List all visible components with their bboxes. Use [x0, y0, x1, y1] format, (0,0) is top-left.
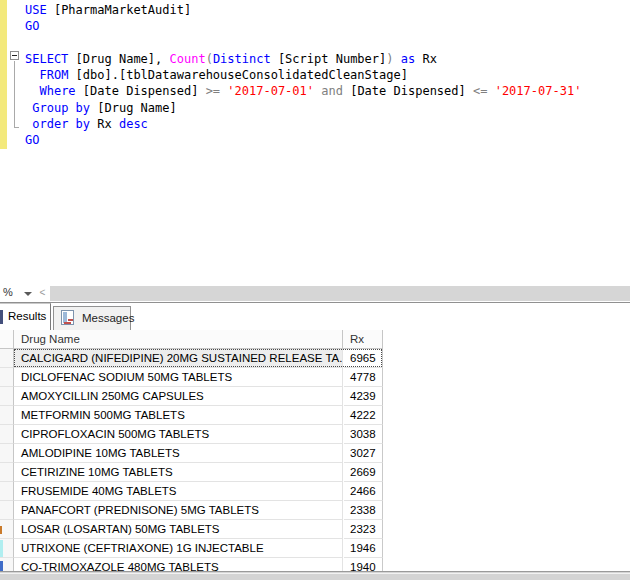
code-line[interactable]: GO	[25, 18, 581, 34]
code-line[interactable]: Group by [Drug Name]	[25, 100, 581, 116]
row-header-cell[interactable]	[0, 444, 14, 463]
sql-code[interactable]: USE [PharmaMarketAudit]GO SELECT [Drug N…	[25, 2, 581, 149]
sql-editor-pane[interactable]: USE [PharmaMarketAudit]GO SELECT [Drug N…	[0, 0, 630, 285]
code-line[interactable]: Where [Date Dispensed] >= '2017-07-01' a…	[25, 83, 581, 99]
column-header-drug-name[interactable]: Drug Name	[14, 330, 343, 349]
row-header-cell[interactable]	[0, 349, 14, 368]
zoom-percent-dropdown[interactable]: %	[3, 286, 13, 298]
code-line[interactable]: SELECT [Drug Name], Count(Distinct [Scri…	[25, 51, 581, 67]
scrollbar-left-arrow-icon[interactable]: <	[37, 285, 48, 300]
cell-drug-name[interactable]: PANAFCORT (PREDNISONE) 5MG TABLETS	[14, 501, 343, 520]
cell-drug-name[interactable]: AMOXYCILLIN 250MG CAPSULES	[14, 387, 343, 406]
cell-drug-name[interactable]: CETIRIZINE 10MG TABLETS	[14, 463, 343, 482]
code-fold-guide-line	[14, 61, 15, 127]
row-header-cell[interactable]	[0, 368, 14, 387]
grid-corner-header[interactable]	[0, 330, 14, 349]
row-header-cell[interactable]	[0, 520, 14, 539]
tab-messages-label: Messages	[82, 312, 134, 324]
cropped-edge-artifact	[0, 540, 3, 557]
results-grid-icon	[0, 310, 3, 324]
results-tabstrip: Results Messages	[0, 303, 630, 330]
chevron-down-icon[interactable]	[24, 292, 32, 296]
table-row: CIPROFLOXACIN 500MG TABLETS3038	[0, 425, 630, 444]
tab-results-label: Results	[8, 310, 46, 322]
cell-drug-name[interactable]: CIPROFLOXACIN 500MG TABLETS	[14, 425, 343, 444]
messages-icon	[61, 310, 74, 325]
cell-drug-name[interactable]: FRUSEMIDE 40MG TABLETS	[14, 482, 343, 501]
table-row: DICLOFENAC SODIUM 50MG TABLETS4778	[0, 368, 630, 387]
code-line[interactable]: order by Rx desc	[25, 116, 581, 132]
ssms-query-window: USE [PharmaMarketAudit]GO SELECT [Drug N…	[0, 0, 630, 580]
table-row: CALCIGARD (NIFEDIPINE) 20MG SUSTAINED RE…	[0, 349, 630, 368]
row-header-cell[interactable]	[0, 482, 14, 501]
cell-rx[interactable]: 4222	[344, 406, 383, 425]
cell-rx[interactable]: 2669	[344, 463, 383, 482]
cell-drug-name[interactable]: METFORMIN 500MG TABLETS	[14, 406, 343, 425]
table-row: PANAFCORT (PREDNISONE) 5MG TABLETS2338	[0, 501, 630, 520]
minus-glyph	[12, 55, 17, 56]
results-grid: Drug Name Rx CALCIGARD (NIFEDIPINE) 20MG…	[0, 330, 630, 572]
table-row: FRUSEMIDE 40MG TABLETS2466	[0, 482, 630, 501]
cell-drug-name[interactable]: LOSAR (LOSARTAN) 50MG TABLETS	[14, 520, 343, 539]
editor-bottom-toolbar: % <	[0, 285, 630, 302]
code-line[interactable]: GO	[25, 132, 581, 148]
cell-rx[interactable]: 2338	[344, 501, 383, 520]
cell-rx[interactable]: 2466	[344, 482, 383, 501]
grid-rows: CALCIGARD (NIFEDIPINE) 20MG SUSTAINED RE…	[0, 349, 630, 577]
cell-rx[interactable]: 4239	[344, 387, 383, 406]
table-row: METFORMIN 500MG TABLETS4222	[0, 406, 630, 425]
tab-results[interactable]: Results	[0, 303, 51, 330]
row-header-cell[interactable]	[0, 463, 14, 482]
table-row: LOSAR (LOSARTAN) 50MG TABLETS2323	[0, 520, 630, 539]
cell-rx[interactable]: 1946	[344, 539, 383, 558]
cell-rx[interactable]: 4778	[344, 368, 383, 387]
table-row: AMLODIPINE 10MG TABLETS3027	[0, 444, 630, 463]
grid-header-row: Drug Name Rx	[0, 330, 630, 349]
cell-rx[interactable]: 3027	[344, 444, 383, 463]
cell-rx[interactable]: 2323	[344, 520, 383, 539]
code-line[interactable]	[25, 35, 581, 51]
cell-drug-name[interactable]: AMLODIPINE 10MG TABLETS	[14, 444, 343, 463]
code-fold-collapse-icon[interactable]	[10, 51, 19, 60]
horizontal-scrollbar-track[interactable]	[50, 286, 630, 301]
code-line[interactable]: FROM [dbo].[tblDatawarehouseConsolidated…	[25, 67, 581, 83]
cell-rx[interactable]: 3038	[344, 425, 383, 444]
cell-drug-name[interactable]: CALCIGARD (NIFEDIPINE) 20MG SUSTAINED RE…	[14, 349, 343, 368]
row-header-cell[interactable]	[0, 425, 14, 444]
table-row: UTRIXONE (CEFTRIAXONE) 1G INJECTABLE1946	[0, 539, 630, 558]
cell-rx[interactable]: 6965	[344, 349, 383, 368]
row-header-cell[interactable]	[0, 406, 14, 425]
tab-messages[interactable]: Messages	[53, 306, 131, 330]
cell-drug-name[interactable]: UTRIXONE (CEFTRIAXONE) 1G INJECTABLE	[14, 539, 343, 558]
grid-horizontal-scrollbar[interactable]	[0, 571, 630, 580]
row-header-cell[interactable]	[0, 387, 14, 406]
cropped-edge-artifact	[0, 526, 2, 534]
row-header-cell[interactable]	[0, 501, 14, 520]
code-line[interactable]: USE [PharmaMarketAudit]	[25, 2, 581, 18]
cell-drug-name[interactable]: DICLOFENAC SODIUM 50MG TABLETS	[14, 368, 343, 387]
table-row: AMOXYCILLIN 250MG CAPSULES4239	[0, 387, 630, 406]
code-fold-guide-end	[14, 127, 19, 128]
track-changes-bar	[0, 0, 7, 149]
table-row: CETIRIZINE 10MG TABLETS2669	[0, 463, 630, 482]
column-header-rx[interactable]: Rx	[343, 330, 383, 349]
